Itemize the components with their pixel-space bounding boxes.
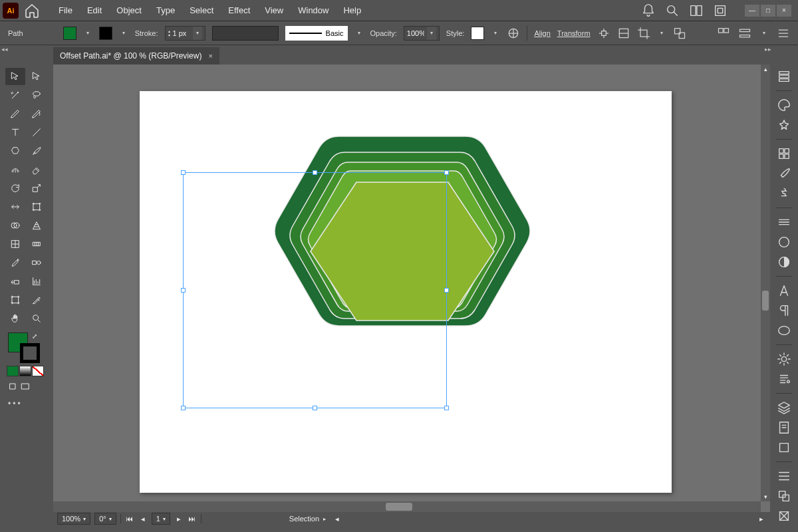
collapse-right-icon[interactable]: ▸▸ [763, 45, 773, 53]
screen-mode-icon[interactable] [19, 380, 31, 392]
artboard-tool[interactable] [5, 291, 25, 309]
shape-tool[interactable] [5, 142, 25, 160]
handle-tl[interactable] [181, 170, 186, 175]
crop-icon[interactable] [637, 27, 650, 40]
arrange-documents-icon[interactable] [713, 3, 728, 18]
rotate-field[interactable]: 0°▾ [94, 513, 116, 525]
stroke-panel-icon[interactable] [777, 215, 791, 229]
panel-menu-icon[interactable] [777, 27, 790, 40]
color-mode-solid[interactable] [7, 366, 19, 376]
opacity-input[interactable] [407, 29, 424, 37]
handle-ml[interactable] [181, 288, 186, 293]
handle-bl[interactable] [181, 406, 186, 410]
slice-tool[interactable] [27, 291, 47, 309]
scrollbar-horizontal[interactable] [53, 501, 761, 512]
arrange-icon[interactable] [673, 27, 686, 40]
color-panel-icon[interactable] [777, 98, 791, 112]
brush-definition[interactable]: Basic [285, 26, 348, 41]
appearance-panel-icon[interactable] [777, 352, 791, 366]
stroke-color[interactable] [20, 343, 40, 363]
shape-builder-tool[interactable] [5, 217, 25, 234]
doc-tab[interactable]: Offset Path.ai* @ 100 % (RGB/Preview) × [53, 47, 219, 65]
swap-fill-stroke-icon[interactable]: ⤢ [32, 332, 37, 340]
handle-br[interactable] [444, 406, 449, 410]
mesh-tool[interactable] [5, 235, 25, 253]
fill-dropdown[interactable] [83, 27, 92, 40]
opacity-field[interactable] [404, 26, 440, 41]
color-mode-none[interactable] [32, 366, 44, 376]
artboard-last-icon[interactable]: ⏭ [188, 515, 197, 523]
isolate-icon[interactable] [597, 27, 610, 40]
workspace-switcher-icon[interactable] [689, 3, 704, 18]
status-menu-icon[interactable]: ▸ [323, 516, 326, 522]
free-transform-tool[interactable] [27, 198, 47, 215]
align-to-icon[interactable] [617, 27, 630, 40]
color-mode-gradient[interactable] [19, 366, 31, 376]
style-dropdown[interactable] [491, 27, 500, 40]
opacity-dropdown[interactable] [427, 27, 436, 40]
menu-object[interactable]: Object [110, 3, 148, 18]
scroll-right-icon[interactable]: ▸ [757, 515, 766, 523]
minimize-button[interactable]: — [745, 5, 759, 17]
home-icon[interactable] [24, 3, 40, 19]
artboard-prev-icon[interactable]: ◂ [138, 515, 148, 523]
fill-swatch[interactable] [63, 27, 76, 40]
curvature-tool[interactable] [27, 105, 47, 122]
transform-panel-icon[interactable] [777, 509, 791, 523]
graph-tool[interactable] [27, 273, 47, 290]
swatches-panel-icon[interactable] [777, 146, 791, 161]
scroll-up-icon[interactable]: ▴ [761, 65, 770, 74]
eraser-tool[interactable] [27, 161, 47, 178]
edit-toolbar[interactable]: ••• [5, 395, 25, 412]
menu-effect[interactable]: Effect [221, 3, 257, 18]
scroll-down-icon[interactable]: ▾ [761, 492, 770, 501]
menu-help[interactable]: Help [336, 3, 368, 18]
draw-mode-icon[interactable] [7, 380, 19, 392]
fill-stroke-control[interactable]: ⤢ [5, 331, 47, 363]
scroll-thumb-v[interactable] [762, 291, 769, 311]
doc-tab-close[interactable]: × [208, 52, 212, 60]
scroll-thumb-h[interactable] [386, 503, 412, 511]
stroke-weight-field[interactable]: ▴▾ [165, 26, 205, 41]
brush-dropdown[interactable] [354, 27, 364, 40]
menu-type[interactable]: Type [150, 3, 182, 18]
zoom-tool[interactable] [27, 310, 47, 327]
eyedropper-tool[interactable] [5, 254, 25, 271]
notifications-icon[interactable] [641, 3, 656, 18]
asset-export-panel-icon[interactable] [777, 420, 791, 435]
symbols-panel-icon[interactable] [777, 186, 791, 201]
canvas[interactable] [53, 65, 770, 512]
zoom-field[interactable]: 100%▾ [57, 513, 90, 525]
crop-dropdown[interactable] [657, 27, 666, 40]
brushes-panel-icon[interactable] [777, 166, 791, 181]
paragraph-panel-icon[interactable] [777, 303, 791, 318]
essentials-icon[interactable] [717, 27, 730, 40]
align-link[interactable]: Align [534, 29, 550, 37]
align-panel-icon[interactable] [777, 469, 791, 483]
symbol-sprayer-tool[interactable] [5, 273, 25, 290]
menu-select[interactable]: Select [183, 3, 220, 18]
direct-selection-tool[interactable] [27, 68, 47, 85]
line-tool[interactable] [27, 124, 47, 141]
variable-width-profile[interactable] [212, 26, 279, 41]
selection-bounding-box[interactable] [183, 172, 447, 408]
width-tool[interactable] [5, 198, 25, 215]
scrollbar-vertical[interactable]: ▴ ▾ [761, 65, 770, 501]
preferences-dropdown[interactable] [759, 27, 769, 40]
gradient-panel-icon[interactable] [777, 235, 791, 249]
preferences-icon[interactable] [738, 27, 751, 40]
recolor-icon[interactable] [507, 27, 520, 40]
stroke-swatch[interactable] [99, 27, 112, 40]
stroke-dropdown[interactable] [119, 27, 128, 40]
properties-panel-icon[interactable] [777, 69, 791, 84]
pen-tool[interactable] [5, 105, 25, 122]
menu-view[interactable]: View [258, 3, 290, 18]
pathfinder-panel-icon[interactable] [777, 489, 791, 503]
opentype-panel-icon[interactable] [777, 323, 791, 338]
transform-link[interactable]: Transform [557, 29, 591, 37]
handle-tr[interactable] [444, 170, 449, 175]
menu-file[interactable]: File [52, 3, 79, 18]
scale-tool[interactable] [27, 180, 47, 197]
artboards-panel-icon[interactable] [777, 440, 791, 455]
lasso-tool[interactable] [27, 86, 47, 104]
